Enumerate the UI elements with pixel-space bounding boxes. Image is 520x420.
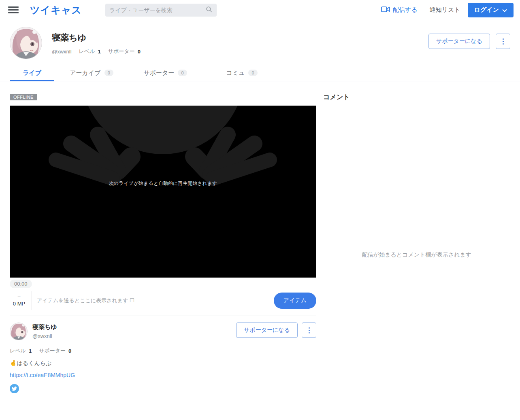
streamer-card: 寝薬ちゆ @xwxnll サポーターになる レベル 1 サポーター 0 🤞はるく… [10, 316, 316, 393]
mp-value: 0 MP [13, 301, 25, 307]
streamer-handle: @xwxnll [32, 333, 57, 339]
community-count-badge: 0 [248, 70, 257, 76]
external-link[interactable]: https://t.co/eaE8MMhpUG [10, 372, 75, 378]
kebab-icon [503, 38, 504, 40]
level-value: 1 [29, 348, 32, 354]
send-item-button[interactable]: アイテム [274, 293, 316, 309]
level-value: 1 [98, 49, 101, 55]
page-title: 寝薬ちゆ [52, 32, 148, 43]
supporter-count: 0 [138, 49, 141, 55]
comments-title: コメント [323, 93, 510, 102]
streamer-bio: 🤞はるくんらぶ [10, 360, 316, 367]
more-options-button[interactable] [496, 34, 510, 49]
twitter-icon[interactable] [10, 384, 19, 393]
level-label: レベル [79, 48, 95, 55]
broadcast-button[interactable]: 配信する [381, 6, 418, 14]
playback-time: 00:00 [10, 280, 32, 288]
item-bar: – 0 MP アイテムを送るとここに表示されます ☐ アイテム [10, 291, 316, 310]
comments-empty-message: 配信が始まるとコメント欄が表示されます [323, 251, 510, 259]
become-supporter-button[interactable]: サポーターになる [428, 34, 490, 49]
supporter-count: 0 [68, 348, 71, 354]
user-handle: @xwxnll [52, 49, 72, 55]
notification-list-link[interactable]: 通知リスト [430, 6, 460, 14]
kebab-icon [309, 327, 310, 329]
divider [32, 291, 32, 310]
search-input[interactable] [109, 7, 205, 13]
supporter-label: サポーター [39, 347, 66, 354]
profile-tabs: ライブ アーカイブ 0 サポーター 0 コミュ 0 [0, 65, 520, 81]
chevron-down-icon [502, 6, 507, 13]
search-icon[interactable] [205, 6, 213, 15]
level-label: レベル [10, 347, 26, 354]
video-player[interactable]: 次のライブが始まると自動的に再生開始されます [10, 106, 316, 278]
search-box[interactable] [105, 4, 217, 17]
become-supporter-button[interactable]: サポーターになる [236, 322, 298, 338]
archive-count-badge: 0 [104, 70, 113, 76]
tab-archive[interactable]: アーカイブ 0 [54, 65, 129, 81]
login-button[interactable]: ログイン [468, 3, 514, 17]
offline-status-badge: OFFLINE [10, 94, 37, 100]
avatar[interactable] [10, 322, 28, 340]
more-options-button[interactable] [302, 322, 316, 338]
twitcasting-logo[interactable]: ツイキャス [30, 4, 82, 17]
top-navbar: ツイキャス 配信する 通知リスト ログイン [0, 0, 520, 20]
profile-header: 寝薬ちゆ @xwxnll レベル 1 サポーター 0 サポーターになる [0, 20, 520, 59]
video-camera-icon [381, 6, 390, 14]
autoplay-message: 次のライブが始まると自動的に再生開始されます [10, 180, 316, 187]
comments-panel: コメント 配信が始まるとコメント欄が表示されます [316, 93, 510, 393]
tab-live[interactable]: ライブ [10, 65, 54, 81]
tab-supporter[interactable]: サポーター 0 [129, 65, 202, 81]
item-feed-placeholder: アイテムを送るとここに表示されます ☐ [37, 297, 134, 304]
supporter-count-badge: 0 [178, 70, 187, 76]
tab-community[interactable]: コミュ 0 [208, 65, 275, 81]
avatar[interactable] [10, 27, 42, 59]
menu-icon[interactable] [8, 5, 19, 15]
streamer-name: 寝薬ちゆ [32, 323, 57, 331]
frog-mascot-silhouette [10, 106, 316, 278]
mp-counter: – 0 MP [10, 295, 28, 307]
supporter-label: サポーター [108, 48, 135, 55]
